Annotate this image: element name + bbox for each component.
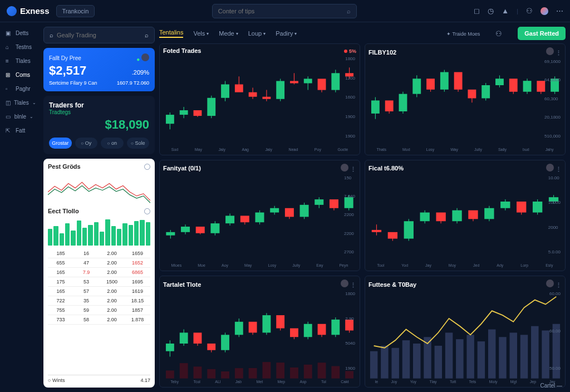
- table-row: 1755315001695: [48, 277, 150, 287]
- x-axis: TebyTcolALlJabMetMepAspTolCakt: [163, 380, 356, 384]
- chart-panel: Futtese & T0Bay ⋮ 60.0060,0050.00 leJoyY…: [365, 276, 566, 388]
- svg-rect-45: [481, 85, 490, 98]
- nav-item-blnle[interactable]: ▭blnle⌄: [0, 110, 39, 123]
- nav-item-paghr[interactable]: ▫Paghr: [0, 82, 39, 95]
- bell-icon[interactable]: ◻: [474, 7, 480, 15]
- svg-rect-109: [207, 369, 215, 379]
- more-icon[interactable]: ⋮: [556, 282, 562, 288]
- svg-rect-133: [249, 322, 257, 333]
- dot-icon: ○: [48, 378, 51, 383]
- bar: [105, 219, 110, 246]
- balance-amount: $2,517: [49, 63, 86, 78]
- chart-body[interactable]: 1507.040220022002700: [163, 175, 356, 263]
- cell: 35: [73, 298, 99, 303]
- search-icon: ⌕: [145, 32, 149, 38]
- flame-icon[interactable]: ▲: [502, 7, 509, 15]
- nav-item-testns[interactable]: ⌂Testns: [0, 41, 39, 53]
- nav-item-detts[interactable]: ▣Detts: [0, 27, 39, 40]
- chart-body[interactable]: 69,160064,300060,30020,1800510,000: [368, 59, 562, 146]
- brand-name: Exness: [20, 6, 50, 16]
- cell: 722: [48, 298, 73, 303]
- search-icon: ⌕: [347, 8, 351, 14]
- action-oy[interactable]: ○ Oy: [75, 138, 98, 149]
- cell: 1619: [125, 288, 150, 294]
- top-button[interactable]: Trankocin: [56, 5, 95, 17]
- x-axis: leJoyYoyTlayTottTetsMoiyMgtJepJay: [368, 380, 562, 384]
- svg-rect-164: [542, 331, 549, 379]
- expand-icon[interactable]: [144, 164, 150, 170]
- more-icon[interactable]: ⋮: [556, 50, 562, 56]
- cell: 47: [73, 260, 99, 266]
- chart-title: FILBY102: [368, 49, 396, 56]
- chart-body[interactable]: 10.001000020005.0.00: [368, 175, 562, 263]
- live-icon: [344, 50, 347, 53]
- bar: [88, 225, 92, 246]
- tab-mede[interactable]: Mede ▾: [219, 30, 238, 37]
- clock-icon[interactable]: ◷: [488, 7, 494, 15]
- avatar[interactable]: [540, 7, 548, 15]
- nav-item-fatt[interactable]: ⇱Fatt: [0, 124, 39, 137]
- more-icon[interactable]: ⋮: [556, 166, 562, 173]
- more-icon[interactable]: ⋮: [350, 282, 356, 288]
- nav-icon: ◫: [6, 100, 11, 106]
- action-on[interactable]: ○ on: [101, 138, 124, 149]
- tab-loup[interactable]: Loup ▾: [248, 30, 266, 37]
- action-sole[interactable]: ○ Sole: [127, 138, 150, 149]
- bar: [129, 225, 133, 246]
- cell: 1500: [99, 279, 125, 285]
- nav-item-tlales[interactable]: ◫Tlales⌄: [0, 96, 39, 109]
- nav-icon: ⊞: [6, 72, 12, 78]
- nav-item-tlales[interactable]: ≡Tlales: [0, 55, 39, 67]
- nav-label: Testns: [16, 44, 32, 50]
- action-grostar[interactable]: Grostar: [49, 138, 72, 149]
- svg-rect-131: [235, 322, 243, 335]
- svg-rect-15: [262, 97, 271, 99]
- panel-search[interactable]: ⌕ ⌕: [43, 27, 155, 43]
- expand-icon[interactable]: [144, 208, 150, 214]
- svg-rect-137: [276, 315, 284, 329]
- more-icon[interactable]: ⋯: [556, 7, 563, 15]
- svg-rect-77: [315, 199, 323, 205]
- nav-label: Paghr: [16, 86, 31, 92]
- balance-sub-right: 1607.9 T2.060: [117, 80, 149, 86]
- svg-rect-160: [499, 337, 506, 379]
- svg-rect-108: [194, 367, 202, 379]
- tab-padiry[interactable]: Padiry ▾: [276, 30, 297, 37]
- panel-search-input[interactable]: [57, 32, 141, 38]
- chart-body[interactable]: 18001200160019001900: [163, 56, 356, 146]
- svg-rect-21: [304, 79, 312, 83]
- footer-link[interactable]: Cartel —: [540, 383, 562, 389]
- chart-body[interactable]: 18002.9050401900: [163, 291, 356, 379]
- cell: 655: [48, 260, 73, 266]
- chart-title: Tartalet Tlote: [163, 281, 201, 288]
- svg-rect-87: [404, 221, 414, 238]
- mini-bar-chart: [48, 218, 150, 246]
- brand-logo[interactable]: Exness: [7, 6, 50, 16]
- table-row: 655472.001652: [48, 258, 150, 268]
- svg-rect-103: [533, 202, 542, 213]
- nav-label: blnle: [14, 114, 26, 120]
- user-icon[interactable]: ⚇: [495, 30, 502, 38]
- tab-tentalins[interactable]: Tentalins: [159, 29, 183, 38]
- svg-rect-154: [435, 346, 442, 379]
- svg-rect-123: [180, 333, 188, 344]
- cell: 18.15: [125, 298, 150, 303]
- search-input[interactable]: [218, 8, 347, 14]
- nav-item-coms[interactable]: ⊞Coms: [0, 68, 39, 81]
- table-row: 1657.92.006865: [48, 268, 150, 277]
- user-icon[interactable]: ⚇: [526, 7, 533, 15]
- svg-rect-67: [240, 215, 249, 222]
- svg-rect-127: [207, 344, 215, 350]
- svg-rect-110: [221, 371, 229, 379]
- global-search[interactable]: ⌕: [212, 4, 357, 18]
- more-icon[interactable]: ⋮: [350, 166, 356, 173]
- svg-rect-43: [468, 90, 476, 99]
- svg-rect-151: [402, 340, 410, 379]
- chart-body[interactable]: 60.0060,0050.00: [368, 291, 562, 379]
- chart-panel: Foted Trades 5% 18001200160019001900 Sod…: [159, 43, 360, 155]
- cta-button[interactable]: Gast Retted: [518, 27, 566, 40]
- tab-vels[interactable]: Vels ▾: [193, 30, 209, 37]
- cell: 59: [73, 307, 99, 313]
- svg-rect-69: [255, 212, 264, 222]
- avatar-icon: [546, 47, 554, 55]
